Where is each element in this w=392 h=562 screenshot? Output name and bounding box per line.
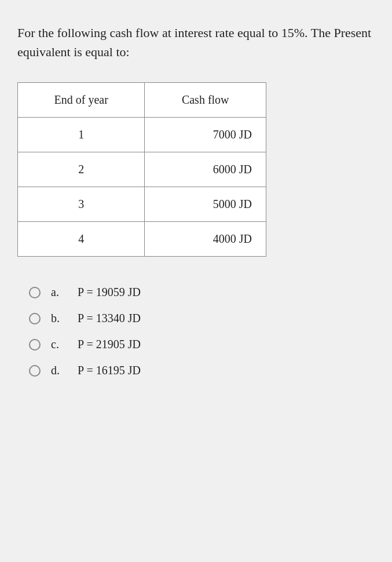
option-label-c: c. <box>51 338 67 351</box>
option-value-b: P = 13340 JD <box>78 312 141 325</box>
option-value-c: P = 21905 JD <box>78 338 141 351</box>
col-header-cashflow: Cash flow <box>145 83 266 118</box>
cash-flow-table-wrapper: End of year Cash flow 17000 JD26000 JD35… <box>17 82 375 257</box>
option-c[interactable]: c.P = 21905 JD <box>29 338 375 351</box>
col-header-year: End of year <box>18 83 145 118</box>
cell-year-3: 3 <box>18 187 145 222</box>
question-text: For the following cash flow at interest … <box>17 23 375 61</box>
option-value-d: P = 16195 JD <box>78 364 141 377</box>
options-list: a.P = 19059 JDb.P = 13340 JDc.P = 21905 … <box>17 286 375 377</box>
cell-cashflow-3: 5000 JD <box>145 187 266 222</box>
table-row: 44000 JD <box>18 222 266 257</box>
table-row: 17000 JD <box>18 118 266 152</box>
radio-a[interactable] <box>29 287 41 298</box>
cell-cashflow-2: 6000 JD <box>145 152 266 187</box>
option-d[interactable]: d.P = 16195 JD <box>29 364 375 377</box>
option-value-a: P = 19059 JD <box>78 286 141 299</box>
cell-year-1: 1 <box>18 118 145 152</box>
option-label-d: d. <box>51 364 67 377</box>
radio-b[interactable] <box>29 313 41 324</box>
table-header-row: End of year Cash flow <box>18 83 266 118</box>
option-label-b: b. <box>51 312 67 325</box>
option-label-a: a. <box>51 286 67 299</box>
cell-cashflow-1: 7000 JD <box>145 118 266 152</box>
cell-year-2: 2 <box>18 152 145 187</box>
option-a[interactable]: a.P = 19059 JD <box>29 286 375 299</box>
radio-c[interactable] <box>29 339 41 351</box>
radio-d[interactable] <box>29 365 41 377</box>
table-row: 26000 JD <box>18 152 266 187</box>
option-b[interactable]: b.P = 13340 JD <box>29 312 375 325</box>
cash-flow-table: End of year Cash flow 17000 JD26000 JD35… <box>17 82 266 257</box>
table-row: 35000 JD <box>18 187 266 222</box>
cell-year-4: 4 <box>18 222 145 257</box>
cell-cashflow-4: 4000 JD <box>145 222 266 257</box>
